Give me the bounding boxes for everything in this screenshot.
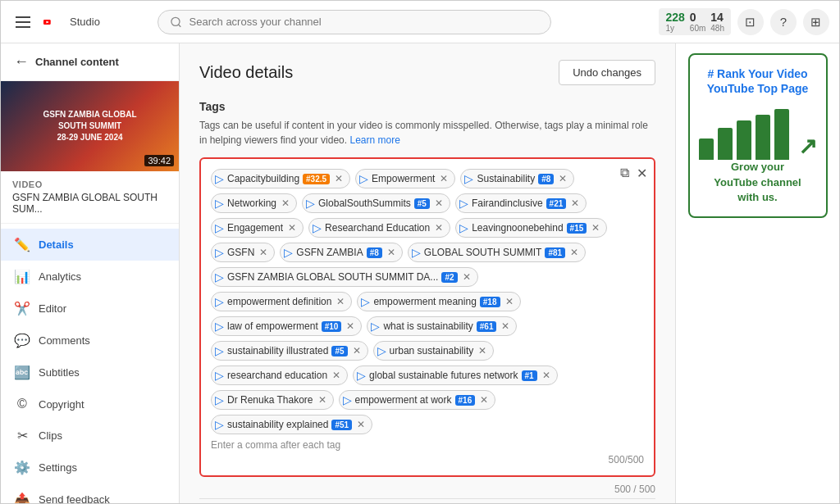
sidebar-item-comments[interactable]: 💬Comments xyxy=(1,325,179,356)
tags-row: ▷law of empowerment#10✕▷what is sustaina… xyxy=(211,316,644,336)
tag[interactable]: ▷Sustainability#8✕ xyxy=(460,169,574,188)
learn-more-link[interactable]: Learn more xyxy=(349,134,399,146)
tag-remove[interactable]: ✕ xyxy=(435,198,443,209)
topbar-right: 228 1y 0 60m 14 48h ⊡ ? ⊞ xyxy=(659,8,829,35)
tag-label: GSFN xyxy=(227,247,254,258)
page-title: Video details xyxy=(199,63,293,82)
hamburger-menu[interactable] xyxy=(11,11,35,33)
sidebar-item-clips[interactable]: ✂Clips xyxy=(1,420,179,452)
tag-remove[interactable]: ✕ xyxy=(332,370,340,381)
tags-description: Tags can be useful if content in your vi… xyxy=(199,118,655,148)
tag[interactable]: ▷empowerment definition✕ xyxy=(211,292,352,311)
sidebar-item-details[interactable]: ✏️Details xyxy=(1,229,179,261)
tag[interactable]: ▷empowerment meaning#18✕ xyxy=(357,292,520,311)
tag[interactable]: ▷Researchand Education✕ xyxy=(308,218,450,238)
copy-icon-btn[interactable]: ⧉ xyxy=(620,166,629,180)
back-button[interactable]: ← xyxy=(14,53,29,70)
help-icon-btn[interactable]: ? xyxy=(770,9,797,35)
tag[interactable]: ▷Dr Renuka Thakore✕ xyxy=(211,390,334,410)
tag-label: urban sustainability xyxy=(390,345,474,356)
tag-remove[interactable]: ✕ xyxy=(281,198,290,209)
tag-remove[interactable]: ✕ xyxy=(478,345,486,356)
tag-remove[interactable]: ✕ xyxy=(435,222,443,234)
tag[interactable]: ▷researchand education✕ xyxy=(211,366,348,385)
tag[interactable]: ▷sustainability illustrated#5✕ xyxy=(211,341,368,361)
tag-remove[interactable]: ✕ xyxy=(259,247,267,258)
sidebar-item-analytics[interactable]: 📊Analytics xyxy=(1,261,179,293)
studio-label: Studio xyxy=(70,16,100,28)
nav-label: Details xyxy=(39,238,74,251)
sidebar-item-editor[interactable]: ✂️Editor xyxy=(1,293,179,325)
tag-remove[interactable]: ✕ xyxy=(559,173,567,184)
sidebar-item-copyright[interactable]: ©Copyright xyxy=(1,388,179,420)
tag[interactable]: ▷GSFN✕ xyxy=(211,243,275,262)
tag-remove[interactable]: ✕ xyxy=(571,198,579,209)
tag-icon: ▷ xyxy=(357,369,366,382)
tag[interactable]: ▷law of empowerment#10✕ xyxy=(211,316,362,336)
tag-label: what is sustainability xyxy=(383,320,472,332)
tag[interactable]: ▷Empowerment✕ xyxy=(355,169,455,188)
tag-icon: ▷ xyxy=(361,295,370,308)
tag[interactable]: ▷what is sustainability#61✕ xyxy=(367,316,517,336)
tag-remove[interactable]: ✕ xyxy=(336,296,345,307)
nav-icon: 🔤 xyxy=(14,365,30,380)
undo-button[interactable]: Undo changes xyxy=(559,60,655,85)
tag[interactable]: ▷Leavingnoonebehind#15✕ xyxy=(455,218,607,238)
tag-label: GLOBAL SOUTH SUMMIT xyxy=(424,247,542,258)
tag[interactable]: ▷Capacitybuilding#32.5✕ xyxy=(211,169,350,188)
tags-container: ⧉ ✕ ▷Capacitybuilding#32.5✕▷Empowerment✕… xyxy=(199,157,655,477)
tag-remove[interactable]: ✕ xyxy=(542,370,550,381)
tag-label: Researchand Education xyxy=(325,222,430,234)
tag-remove[interactable]: ✕ xyxy=(318,394,326,406)
subtitles-icon-btn[interactable]: ⊡ xyxy=(737,9,764,35)
search-input[interactable] xyxy=(189,16,540,28)
tag[interactable]: ▷GlobalSouthSummits#5✕ xyxy=(302,193,450,213)
tag[interactable]: ▷global sustainable futures network#1✕ xyxy=(353,366,558,385)
tag-badge: #8 xyxy=(538,174,554,184)
sidebar-title: Channel content xyxy=(35,56,119,68)
tag[interactable]: ▷sustainability explained#51✕ xyxy=(211,415,372,434)
tag-remove[interactable]: ✕ xyxy=(353,345,361,356)
chart-bar xyxy=(737,120,751,161)
tag-label: Empowerment xyxy=(372,173,435,184)
tag-label: researchand education xyxy=(227,370,327,381)
tag-remove[interactable]: ✕ xyxy=(288,222,296,234)
add-icon-btn[interactable]: ⊞ xyxy=(803,9,829,35)
sidebar-nav: ✏️Details📊Analytics✂️Editor💬Comments🔤Sub… xyxy=(1,224,179,503)
tag-remove[interactable]: ✕ xyxy=(387,247,395,258)
tag-remove[interactable]: ✕ xyxy=(440,173,448,184)
tag-label: sustainability illustrated xyxy=(227,345,328,356)
tag-badge: #1 xyxy=(522,370,537,381)
tag-remove[interactable]: ✕ xyxy=(357,419,365,430)
tag-remove[interactable]: ✕ xyxy=(570,247,578,258)
tag[interactable]: ▷GLOBAL SOUTH SUMMIT#81✕ xyxy=(408,243,586,262)
tag-remove[interactable]: ✕ xyxy=(346,320,354,332)
tag-icon: ▷ xyxy=(343,393,352,406)
youtube-logo[interactable]: Studio xyxy=(43,14,100,30)
tag[interactable]: ▷Networking✕ xyxy=(211,193,297,213)
stat3-num: 14 xyxy=(710,11,724,24)
tag[interactable]: ▷Fairandinclusive#21✕ xyxy=(455,193,587,213)
tag[interactable]: ▷GSFN ZAMBIA#8✕ xyxy=(280,243,402,262)
chart-bar xyxy=(756,115,770,160)
nav-icon: © xyxy=(14,397,30,411)
close-icon-btn[interactable]: ✕ xyxy=(637,166,647,181)
tag-badge: #21 xyxy=(546,198,567,209)
tag[interactable]: ▷urban sustainability✕ xyxy=(373,341,495,361)
tag[interactable]: ▷GSFN ZAMBIA GLOBAL SOUTH SUMMIT DA...#2… xyxy=(211,267,478,287)
tag-icon: ▷ xyxy=(359,172,368,185)
tag[interactable]: ▷Engagement✕ xyxy=(211,218,304,238)
tag-icon: ▷ xyxy=(371,320,380,333)
sidebar-item-send-feedback[interactable]: 📤Send feedback xyxy=(1,484,179,503)
sidebar-item-subtitles[interactable]: 🔤Subtitles xyxy=(1,356,179,388)
tag-icon: ▷ xyxy=(215,369,224,382)
tag[interactable]: ▷empowerment at work#16✕ xyxy=(339,390,496,410)
tag-remove[interactable]: ✕ xyxy=(501,320,509,332)
tag-remove[interactable]: ✕ xyxy=(463,271,471,283)
tag-remove[interactable]: ✕ xyxy=(591,222,600,234)
stat3-label: 48h xyxy=(710,24,724,33)
tag-remove[interactable]: ✕ xyxy=(335,173,343,184)
tag-remove[interactable]: ✕ xyxy=(505,296,514,307)
tag-remove[interactable]: ✕ xyxy=(480,394,488,406)
sidebar-item-settings[interactable]: ⚙️Settings xyxy=(1,452,179,484)
